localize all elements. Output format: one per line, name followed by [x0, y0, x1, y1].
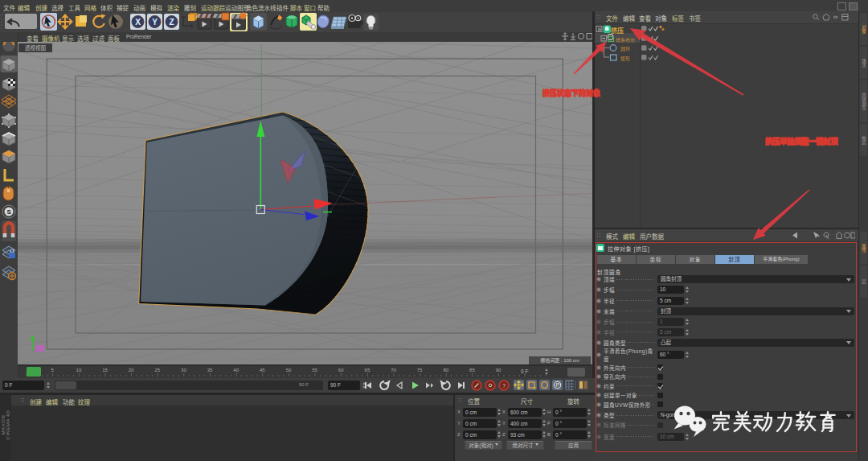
svg-text:X: X — [135, 18, 141, 27]
svg-text:Z: Z — [169, 18, 174, 27]
svg-text:P: P — [556, 382, 560, 388]
svg-text:S: S — [7, 208, 12, 216]
svg-text:Y: Y — [29, 336, 32, 341]
svg-text:Y: Y — [152, 18, 158, 27]
svg-text:?: ? — [502, 382, 506, 389]
